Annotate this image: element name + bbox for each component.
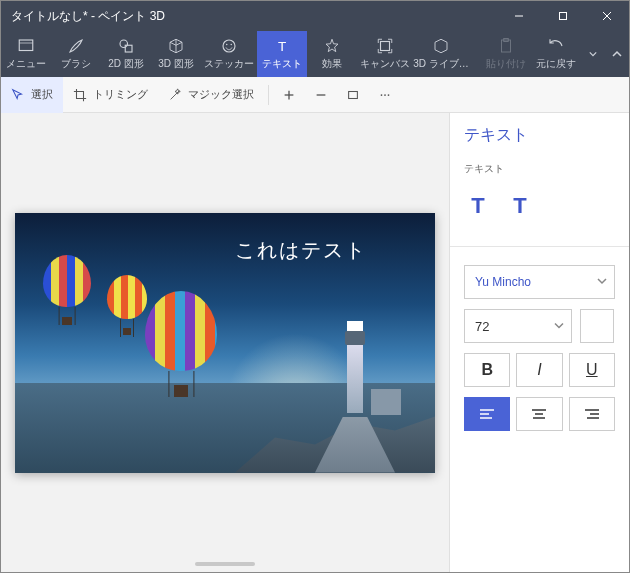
svg-rect-12 — [381, 42, 390, 51]
align-left-icon — [479, 408, 495, 420]
tab-label: 元に戻す — [536, 57, 576, 71]
canvas-icon — [376, 37, 394, 55]
font-select[interactable]: Yu Mincho — [464, 265, 615, 299]
text-2d-button[interactable]: T — [464, 192, 492, 220]
magic-icon — [168, 88, 182, 102]
lighthouse-top — [345, 331, 365, 345]
tab-label: メニュー — [6, 57, 46, 71]
underline-button[interactable]: U — [569, 353, 615, 387]
collapse-ribbon-button[interactable] — [605, 31, 629, 77]
tool-select[interactable]: 選択 — [1, 77, 63, 113]
resize-handle[interactable] — [195, 562, 255, 566]
svg-point-6 — [120, 40, 128, 48]
balloon-1 — [43, 255, 91, 307]
titlebar: タイトルなし* - ペイント 3D — [1, 1, 629, 31]
tab-label: 2D 図形 — [108, 57, 144, 71]
paste-icon — [497, 37, 515, 55]
svg-rect-1 — [560, 13, 567, 20]
tab-label: ブラシ — [61, 57, 91, 71]
maximize-button[interactable] — [541, 1, 585, 31]
align-right-icon — [584, 408, 600, 420]
align-left-button[interactable] — [464, 397, 510, 431]
effects-icon — [323, 37, 341, 55]
text-icon: T — [273, 37, 291, 55]
tool-label: マジック選択 — [188, 87, 254, 102]
svg-point-10 — [231, 44, 233, 46]
lighthouse — [347, 343, 363, 413]
chevron-down-icon — [597, 275, 607, 289]
tab-label: 3D 図形 — [158, 57, 194, 71]
font-size-select[interactable]: 72 — [464, 309, 572, 343]
font-value: Yu Mincho — [475, 275, 531, 289]
size-value: 72 — [475, 319, 489, 334]
chevron-down-icon — [554, 319, 564, 334]
lighthouse-lamp — [347, 321, 363, 331]
tab-label: ステッカー — [204, 57, 254, 71]
tab-2d-shapes[interactable]: 2D 図形 — [101, 31, 151, 77]
canvas-viewport[interactable]: これはテスト — [1, 113, 449, 572]
tab-brushes[interactable]: ブラシ — [51, 31, 101, 77]
svg-point-20 — [384, 94, 386, 96]
brush-icon — [67, 37, 85, 55]
tab-label: 貼り付け — [486, 57, 526, 71]
ribbon: メニュー ブラシ 2D 図形 3D 図形 ステッカー T テキスト 効果 キャン — [1, 31, 629, 77]
bold-button[interactable]: B — [464, 353, 510, 387]
canvas-text-object[interactable]: これはテスト — [235, 237, 367, 264]
crop-icon — [73, 88, 87, 102]
menu-icon — [17, 37, 35, 55]
align-center-button[interactable] — [516, 397, 562, 431]
history-dropdown[interactable] — [581, 31, 605, 77]
svg-point-21 — [388, 94, 390, 96]
align-right-button[interactable] — [569, 397, 615, 431]
svg-point-19 — [381, 94, 383, 96]
tab-text[interactable]: T テキスト — [257, 31, 307, 77]
cursor-icon — [11, 88, 25, 102]
svg-point-9 — [226, 44, 228, 46]
tab-3d-library[interactable]: 3D ライブ… — [413, 31, 469, 77]
undo-icon — [547, 37, 565, 55]
tool-label: 選択 — [31, 87, 53, 102]
sidebar-section-label: テキスト — [464, 162, 615, 176]
library-icon — [432, 37, 450, 55]
color-swatch[interactable] — [580, 309, 614, 343]
tab-canvas[interactable]: キャンバス — [357, 31, 413, 77]
tab-3d-shapes[interactable]: 3D 図形 — [151, 31, 201, 77]
separator — [268, 85, 269, 105]
tab-menu[interactable]: メニュー — [1, 31, 51, 77]
shapes2d-icon — [117, 37, 135, 55]
zoom-out-button[interactable] — [305, 77, 337, 113]
tool-magic-select[interactable]: マジック選択 — [158, 77, 264, 113]
tab-undo[interactable]: 元に戻す — [531, 31, 581, 77]
divider — [450, 246, 629, 247]
tab-label: 3D ライブ… — [413, 57, 469, 71]
tool-crop[interactable]: トリミング — [63, 77, 158, 113]
minimize-button[interactable] — [497, 1, 541, 31]
svg-rect-4 — [19, 40, 33, 51]
zoom-in-button[interactable] — [273, 77, 305, 113]
sub-toolbar: 選択 トリミング マジック選択 — [1, 77, 629, 113]
sticker-icon — [220, 37, 238, 55]
app-window: タイトルなし* - ペイント 3D メニュー ブラシ 2D 図形 3D 図形 ス… — [0, 0, 630, 573]
close-button[interactable] — [585, 1, 629, 31]
tab-effects[interactable]: 効果 — [307, 31, 357, 77]
canvas[interactable]: これはテスト — [15, 213, 435, 473]
text-3d-button[interactable]: T — [506, 192, 534, 220]
tab-label: キャンバス — [360, 57, 410, 71]
align-center-icon — [531, 408, 547, 420]
more-button[interactable] — [369, 77, 401, 113]
balloon-2 — [107, 275, 147, 319]
zoom-fit-button[interactable] — [337, 77, 369, 113]
balloon-3 — [145, 291, 217, 371]
main-area: これはテスト テキスト テキスト T T Yu Mincho 72 — [1, 113, 629, 572]
svg-rect-18 — [349, 91, 358, 98]
italic-button[interactable]: I — [516, 353, 562, 387]
tab-paste: 貼り付け — [481, 31, 531, 77]
tab-label: テキスト — [262, 57, 302, 71]
house — [371, 389, 401, 415]
window-title: タイトルなし* - ペイント 3D — [1, 8, 497, 25]
shapes3d-icon — [167, 37, 185, 55]
tab-label: 効果 — [322, 57, 342, 71]
tab-stickers[interactable]: ステッカー — [201, 31, 257, 77]
svg-text:T: T — [278, 39, 286, 54]
sidebar-title: テキスト — [464, 125, 615, 146]
